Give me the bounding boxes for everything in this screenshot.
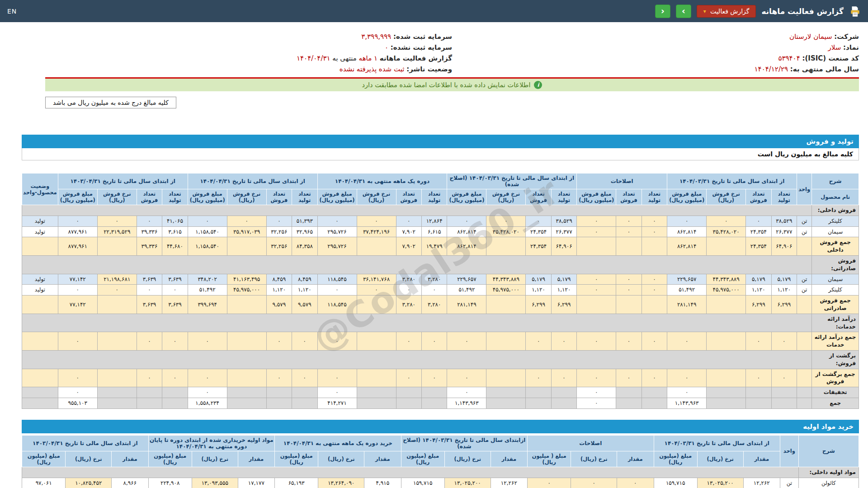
- value-cell: [357, 237, 396, 256]
- column-header: مبلغ (میلیون ریال): [148, 451, 192, 467]
- column-group-header: از ابتدای سال مالی تا تاریخ ۱۴۰۴/۰۳/۳۱: [654, 435, 780, 451]
- value-cell: ۰: [551, 369, 576, 387]
- value-cell: ۰: [266, 216, 292, 226]
- column-group-header: از ابتدای سال مالی تا تاریخ ۱۴۰۴/۰۳/۳۱ (…: [447, 174, 577, 189]
- value-cell: ۰: [317, 369, 357, 387]
- value-cell: ۷۷,۱۴۲: [58, 296, 97, 314]
- column-header: تعداد فروش: [616, 189, 642, 205]
- value-cell: ۱۹,۴۷۹: [421, 237, 447, 256]
- value-cell: [577, 296, 616, 314]
- report-type-dropdown[interactable]: گزارش فعالیت ▾: [697, 5, 756, 18]
- signed-data-banner: i اطلاعات نمایش داده شده با اطلاعات امضا…: [45, 77, 859, 91]
- info-value: ۰: [385, 43, 391, 52]
- info-item: کد صنعت (ISIC): ۵۳۹۴۰۴: [452, 53, 859, 64]
- value-cell: ۳۸,۵۲۹: [771, 216, 797, 226]
- column-header: مقدار: [364, 451, 401, 467]
- info-value: ثبت شده پذیرفته نشده: [340, 65, 406, 73]
- prev-report-button[interactable]: ‹: [655, 5, 670, 18]
- value-cell: ۱۲,۲۶۲: [491, 478, 527, 488]
- value-cell: ۳,۶۳۹: [162, 296, 188, 314]
- column-group-header: اصلاحات: [577, 174, 667, 189]
- value-cell: [486, 296, 526, 314]
- value-cell: [97, 332, 137, 351]
- product-name-cell: جمع برگشت از فروش: [812, 369, 859, 387]
- production-table-container: شرحواحداز ابتدای سال مالی تا تاریخ ۱۴۰۴/…: [22, 173, 859, 409]
- section-row: فروش داخلی:: [22, 205, 859, 216]
- value-cell: ۹۷,۰۶۱: [22, 478, 66, 488]
- value-cell: ۰: [667, 369, 707, 387]
- section-label: مواد اولیه داخلی:: [798, 467, 859, 478]
- value-cell: [486, 237, 526, 256]
- data-row: سیمانتن۵,۱۷۹۵,۱۷۹۴۴,۳۴۳,۸۸۹۲۲۹,۶۵۷۰۰۰۵,۱…: [22, 274, 859, 285]
- value-cell: ۰: [526, 216, 551, 226]
- value-cell: ۱۱۸,۵۴۵: [317, 296, 357, 314]
- value-cell: ۸۶۲,۸۱۴: [667, 237, 707, 256]
- value-cell: ۸۶۲,۸۱۴: [667, 226, 707, 237]
- info-value: ۵۳۹۴۰۴: [778, 54, 802, 62]
- section-fill: [22, 255, 812, 274]
- unit-cell: [797, 398, 812, 408]
- language-switch-en[interactable]: EN: [7, 8, 17, 15]
- value-cell: [97, 387, 137, 398]
- unit-cell: [797, 387, 812, 398]
- data-row: کلینکرتن۱,۱۲۰۱,۱۲۰۴۵,۹۷۵,۰۰۰۵۱,۴۹۲۰۰۰۱,۱…: [22, 285, 859, 296]
- section-row: مواد اولیه داخلی:: [22, 467, 859, 478]
- info-label: سرمایه ثبت نشده:: [391, 43, 452, 52]
- value-cell: ۱,۱۲۰: [526, 285, 551, 296]
- value-cell: ۷۷,۱۴۲: [58, 274, 97, 285]
- section-fill: [22, 350, 812, 369]
- value-cell: ۳,۶۳۹: [137, 274, 162, 285]
- value-cell: ۰: [577, 285, 616, 296]
- value-cell: ۰: [317, 387, 357, 398]
- info-item: سرمایه ثبت شده: ۳,۳۹۹,۹۹۹: [45, 31, 452, 42]
- info-item: نماد: سلار: [452, 42, 859, 53]
- value-cell: ۴۵,۹۷۵,۰۰۰: [227, 285, 266, 296]
- value-cell: ۳,۲۸۰: [396, 274, 421, 285]
- column-header: تعداد فروش: [746, 189, 771, 205]
- value-cell: ۲۶,۳۷۷: [771, 226, 797, 237]
- column-header: مبلغ ( میلیون ریال): [528, 451, 571, 467]
- value-cell: ۶۴,۹۰۶: [771, 237, 797, 256]
- amounts-note-wrap: کلیه مبالغ درج شده به میلیون ریال می باش…: [45, 97, 859, 108]
- unit-cell: تن: [797, 274, 812, 285]
- value-cell: ۰: [188, 332, 227, 351]
- section-label: فروش صادراتی:: [812, 255, 859, 274]
- value-cell: ۰: [616, 274, 642, 285]
- value-cell: ۵۱,۴۹۲: [447, 285, 486, 296]
- value-cell: ۲۲,۳۱۹,۵۲۹: [97, 226, 137, 237]
- value-cell: [266, 398, 292, 408]
- next-report-button[interactable]: ›: [676, 5, 691, 18]
- value-cell: ۰: [642, 226, 667, 237]
- grand-row: تخفیفات۰۰۰۰۰۰: [22, 387, 859, 398]
- value-cell: ۲۱,۱۹۸,۶۸۱: [97, 274, 137, 285]
- value-cell: ۰: [58, 387, 97, 398]
- value-cell: ۳۲,۹۶۵: [292, 226, 317, 237]
- column-header: مبلغ (میلیون ریال): [654, 451, 697, 467]
- section-fill: [22, 205, 812, 216]
- value-cell: [707, 369, 746, 387]
- value-cell: ۵۱,۳۹۳: [292, 216, 317, 226]
- column-header: مبلغ فروش (میلیون ریال): [667, 189, 707, 205]
- value-cell: ۰: [571, 478, 617, 488]
- section-row: درآمد ارائه خدمات:: [22, 314, 859, 332]
- value-cell: ۳۹,۳۳۶: [137, 226, 162, 237]
- value-cell: ۱,۱۲۰: [771, 285, 797, 296]
- value-cell: ۸۴,۳۵۸: [292, 237, 317, 256]
- value-cell: ۰: [577, 226, 616, 237]
- value-cell: [707, 296, 746, 314]
- value-cell: ۸,۹۶۶: [112, 478, 148, 488]
- unit-cell: تن: [797, 226, 812, 237]
- value-cell: ۰: [357, 285, 396, 296]
- value-cell: ۳۸,۵۲۹: [551, 216, 576, 226]
- column-header: تعداد فروش: [396, 189, 421, 205]
- value-cell: ۰: [746, 332, 771, 351]
- value-cell: [526, 387, 551, 398]
- value-cell: ۰: [577, 332, 616, 351]
- company-info-rows: شرکت: سیمان لارستانسرمایه ثبت شده: ۳,۳۹۹…: [45, 31, 859, 75]
- report-icon[interactable]: [849, 5, 861, 17]
- product-name-cell: جمع درآمد ارائه خدمات: [812, 332, 859, 351]
- value-cell: ۰: [746, 369, 771, 387]
- value-cell: ۰: [642, 332, 667, 351]
- materials-table-container: شرحواحداز ابتدای سال مالی تا تاریخ ۱۴۰۴/…: [22, 435, 859, 488]
- topbar-left-group: EN: [7, 7, 17, 15]
